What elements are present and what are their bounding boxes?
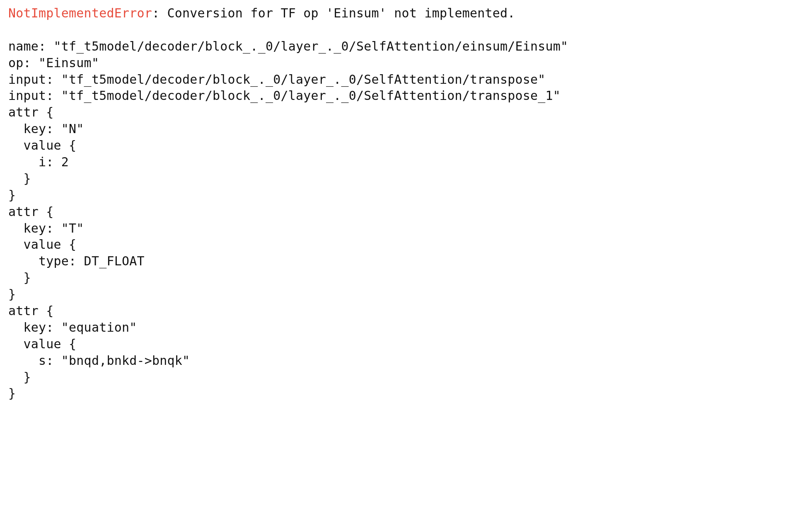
attr-key: key: "N" <box>8 121 84 136</box>
exception-name: NotImplementedError <box>8 6 152 20</box>
attr-block: attr { <box>8 204 54 219</box>
attr-block-close: } <box>8 188 16 202</box>
node-input1-line: input: "tf_t5model/decoder/block_._0/lay… <box>8 72 546 87</box>
attr-block: attr { <box>8 105 54 119</box>
node-op-line: op: "Einsum" <box>8 56 99 70</box>
attr-value-close: } <box>8 270 31 285</box>
attr-block-close: } <box>8 386 16 401</box>
attr-value-open: value { <box>8 138 76 153</box>
attr-value-open: value { <box>8 237 76 252</box>
error-output: NotImplementedError: Conversion for TF o… <box>8 5 804 402</box>
attr-block-close: } <box>8 287 16 301</box>
attr-block: attr { <box>8 303 54 318</box>
attr-key: key: "T" <box>8 221 84 236</box>
node-name-line: name: "tf_t5model/decoder/block_._0/laye… <box>8 39 568 53</box>
exception-message: : Conversion for TF op 'Einsum' not impl… <box>152 6 515 20</box>
attr-value-body: s: "bnqd,bnkd->bnqk" <box>8 353 190 368</box>
attr-value-close: } <box>8 370 31 384</box>
attr-value-close: } <box>8 171 31 186</box>
node-input2-line: input: "tf_t5model/decoder/block_._0/lay… <box>8 88 561 103</box>
attr-value-open: value { <box>8 337 76 351</box>
attr-key: key: "equation" <box>8 320 137 335</box>
attr-value-body: i: 2 <box>8 155 69 169</box>
attr-value-body: type: DT_FLOAT <box>8 254 145 268</box>
